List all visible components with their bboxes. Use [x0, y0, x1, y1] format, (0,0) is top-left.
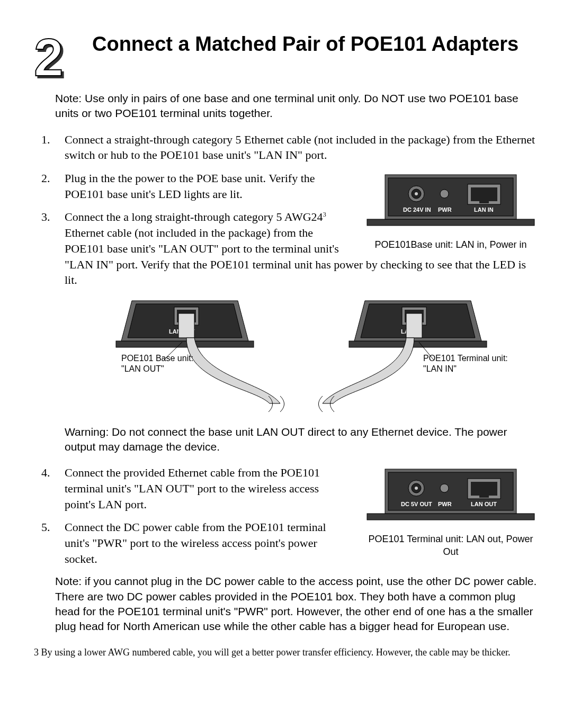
svg-point-5 [415, 192, 418, 195]
footnote: 3 By using a lower AWG numbered cable, y… [34, 647, 538, 659]
step-3-footnote-ref: 3 [323, 211, 326, 218]
top-note: Note: Use only in pairs of one base and … [55, 91, 538, 121]
svg-point-29 [415, 487, 418, 490]
step-1-text: Connect a straight-through category 5 Et… [65, 133, 535, 162]
step-3-text-a: Connect the a long straight-through cate… [65, 210, 323, 223]
svg-point-6 [440, 190, 449, 198]
steps-list: Connect a straight-through category 5 Et… [34, 132, 538, 567]
fig2-left-caption-l1: POE101 Base unit: [121, 354, 193, 363]
footnote-number: 3 [34, 647, 39, 658]
heading-row: 2 2 Connect a Matched Pair of POE101 Ada… [34, 31, 538, 78]
step-4: DC 5V OUT PWR LAN OUT POE101 Terminal un… [34, 465, 538, 512]
bottom-note: Note: if you cannot plug in the DC power… [55, 574, 538, 634]
step-number: 2 [34, 31, 64, 84]
step-5: Connect the DC power cable from the POE1… [34, 519, 538, 567]
fig2-left-caption-l2: "LAN OUT" [121, 364, 164, 373]
warning-text: Warning: Do not connect the base unit LA… [65, 425, 538, 455]
svg-rect-9 [479, 198, 489, 203]
fig3-pwr-label: PWR [438, 501, 452, 507]
svg-point-30 [440, 484, 449, 492]
fig3-dc-label: DC 5V OUT [401, 501, 432, 507]
footnote-text: By using a lower AWG numbered cable, you… [39, 647, 511, 658]
svg-rect-20 [178, 313, 194, 338]
step-number-icon: 2 2 [34, 31, 76, 78]
fig3-lan-label: LAN OUT [471, 501, 497, 507]
fig2-right-caption-l2: "LAN IN" [423, 364, 457, 373]
cable-link-diagram-icon: LAN OUT LAN IN [95, 298, 508, 414]
step-1: Connect a straight-through category 5 Et… [34, 132, 538, 163]
svg-rect-33 [479, 492, 489, 498]
step-4-text: Connect the provided Ethernet cable from… [65, 466, 320, 510]
figure-cable-link: LAN OUT LAN IN [95, 298, 508, 418]
svg-rect-15 [349, 341, 487, 347]
step-5-text: Connect the DC power cable from the POE1… [65, 520, 326, 565]
page-title: Connect a Matched Pair of POE101 Adapter… [92, 31, 519, 56]
step-3-text-b: Ethernet cable (not included in the pack… [65, 226, 526, 286]
step-2: DC 24V IN PWR LAN IN POE101Base unit: LA… [34, 170, 538, 202]
document-page: 2 2 Connect a Matched Pair of POE101 Ada… [0, 0, 572, 679]
svg-rect-21 [406, 313, 422, 338]
terminal-unit-diagram-icon: DC 5V OUT PWR LAN OUT [366, 465, 535, 523]
fig2-right-caption-l1: POE101 Terminal unit: [423, 354, 508, 363]
svg-rect-10 [116, 341, 254, 347]
step-2-text: Plug in the the power to the POE base un… [65, 172, 315, 201]
step-3: Connect the a long straight-through cate… [34, 209, 538, 454]
